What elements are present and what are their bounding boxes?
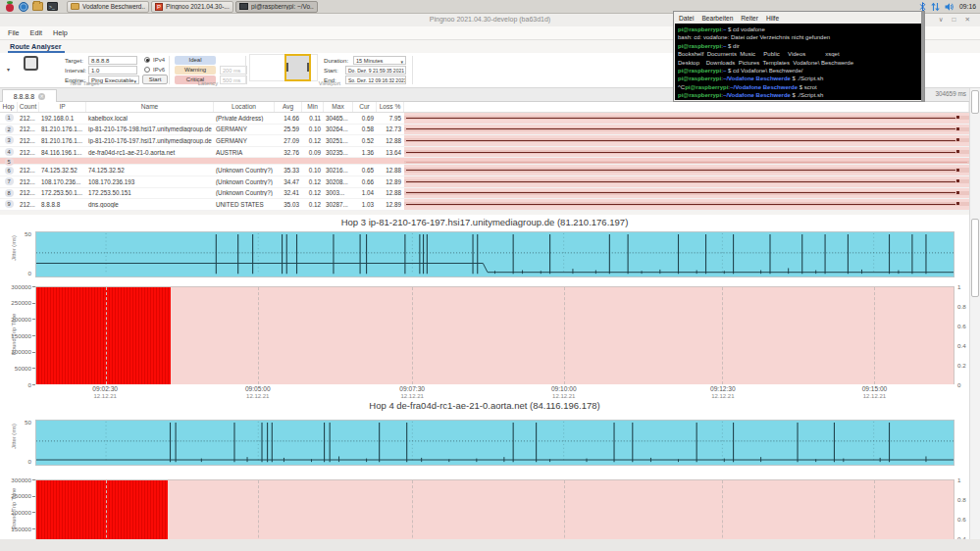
column-header-loss[interactable]: Loss % bbox=[377, 102, 404, 112]
terminal-menu-reiter[interactable]: Reiter bbox=[741, 15, 758, 22]
latency-tick: 150000 bbox=[0, 526, 31, 532]
terminal-menu-hilfe[interactable]: Hilfe bbox=[766, 15, 779, 22]
sparkline-marker bbox=[956, 127, 959, 130]
close-icon[interactable]: ✕ bbox=[965, 16, 970, 24]
table-row[interactable]: 2212...81.210.176.1...ip-81-210-176-198.… bbox=[0, 125, 969, 136]
terminal-line: bash: cd: vodafone: Datei oder Verzeichn… bbox=[678, 33, 920, 41]
column-header-avg[interactable]: Avg bbox=[275, 102, 302, 112]
terminal-line: ^Cpi@raspberrypi:~/Vodafone Beschwerde $… bbox=[678, 83, 920, 91]
column-header-count[interactable]: Count bbox=[18, 102, 39, 112]
taskbar-app-button[interactable]: pi@raspberrypi: ~/Vo... bbox=[235, 1, 318, 13]
cell-location: GERMANY bbox=[214, 137, 275, 144]
file-manager-icon[interactable] bbox=[32, 2, 43, 11]
jitter-plot[interactable] bbox=[35, 231, 954, 277]
column-header-location[interactable]: Location bbox=[214, 102, 275, 112]
group-caption-new-target: New Target bbox=[0, 80, 169, 86]
x-axis-time: 09:07:30 bbox=[385, 385, 439, 392]
close-icon[interactable]: ✕ bbox=[38, 93, 45, 100]
cell-min: 0.10 bbox=[302, 125, 324, 132]
column-header-ip[interactable]: IP bbox=[39, 102, 86, 112]
timeout-region bbox=[36, 480, 168, 539]
menu-edit[interactable]: Edit bbox=[30, 28, 42, 37]
desktop: Vodafone Beschwerd...Pingnoo 2021.04.30-… bbox=[0, 0, 980, 551]
raspberry-menu-icon[interactable] bbox=[5, 1, 15, 12]
target-tab-label: 8.8.8.8 bbox=[14, 93, 34, 100]
cell-max: 30264... bbox=[324, 125, 353, 132]
table-row[interactable]: 3212...81.210.176.1...ip-81-210-176-197.… bbox=[0, 135, 969, 147]
cell-ip: 81.210.176.1... bbox=[39, 137, 86, 144]
cell-max: 3003... bbox=[324, 189, 353, 196]
target-input[interactable]: 8.8.8.8 bbox=[88, 56, 137, 65]
hop-badge: 6 bbox=[5, 167, 14, 175]
charts-scrollbar[interactable] bbox=[969, 215, 980, 551]
latency-plot[interactable] bbox=[35, 286, 954, 384]
cell-cur: 1.36 bbox=[353, 149, 377, 156]
ideal-legend: Ideal bbox=[175, 56, 216, 65]
maximize-icon[interactable]: □ bbox=[953, 16, 956, 24]
menu-file[interactable]: File bbox=[8, 28, 20, 37]
table-row[interactable]: 1212...192.168.0.1kabelbox.local(Private… bbox=[0, 113, 969, 125]
x-axis-date: 12.12.21 bbox=[847, 393, 902, 399]
chart-title-hop4: Hop 4 de-fra04d-rc1-ae-21-0.aorta.net (8… bbox=[0, 400, 969, 411]
jitter-tick: 50 bbox=[0, 419, 31, 426]
table-row[interactable]: 7212...108.170.236...108.170.236.193(Unk… bbox=[0, 176, 969, 188]
hop-badge: 1 bbox=[5, 114, 14, 122]
table-row[interactable]: 4212...84.116.196.1...de-fra04d-rc1-ae-2… bbox=[0, 147, 969, 159]
target-tab[interactable]: 8.8.8.8 ✕ bbox=[2, 89, 57, 102]
chevron-down-icon[interactable]: ▾ bbox=[7, 66, 10, 73]
interval-input[interactable]: 1.0 bbox=[88, 66, 137, 75]
latency-sparkline bbox=[404, 135, 969, 146]
jitter-plot[interactable] bbox=[35, 420, 954, 466]
ipv4-radio[interactable] bbox=[144, 57, 150, 63]
taskbar-app-button[interactable]: Pingnoo 2021.04.30-... bbox=[151, 1, 233, 13]
x-axis-date: 12.12.21 bbox=[385, 393, 439, 399]
cell-max: 30208... bbox=[324, 178, 353, 185]
latency-right-tick: 0.8 bbox=[957, 496, 966, 503]
duration-select[interactable]: 15 Minutes▾ bbox=[353, 56, 406, 65]
minimize-icon[interactable]: ∨ bbox=[939, 16, 944, 24]
taskbar-app-label: pi@raspberrypi: ~/Vo... bbox=[251, 3, 314, 10]
column-header-graph bbox=[404, 102, 969, 112]
terminal-scrollbar[interactable] bbox=[921, 12, 924, 101]
browser-globe-icon[interactable] bbox=[19, 2, 28, 12]
column-header-max[interactable]: Max bbox=[324, 102, 353, 112]
menu-help[interactable]: Help bbox=[53, 28, 68, 37]
cell-ip: 84.116.196.1... bbox=[39, 149, 86, 156]
volume-icon[interactable] bbox=[945, 2, 954, 12]
table-row[interactable]: 5 bbox=[0, 158, 969, 165]
table-row[interactable]: 8212...172.253.50.1...172.253.50.151(Unk… bbox=[0, 188, 969, 200]
cell-name: 74.125.32.52 bbox=[86, 167, 214, 174]
cell-ip: 108.170.236... bbox=[39, 178, 86, 185]
terminal-menu-datei[interactable]: Datei bbox=[679, 15, 694, 22]
group-separator bbox=[412, 56, 413, 84]
ipv6-radio[interactable] bbox=[144, 67, 150, 73]
latency-tick: 100000 bbox=[0, 348, 31, 355]
viewport-thumbnail[interactable] bbox=[284, 54, 311, 81]
taskbar-app-button[interactable]: Vodafone Beschwerd... bbox=[67, 1, 149, 13]
tab-route-analyser[interactable]: Route Analyser bbox=[10, 42, 61, 51]
column-header-min[interactable]: Min bbox=[302, 102, 324, 112]
table-scrollbar[interactable] bbox=[969, 88, 980, 215]
sparkline-marker bbox=[956, 179, 959, 182]
column-header-cur[interactable]: Cur bbox=[353, 102, 377, 112]
new-target-icon[interactable] bbox=[24, 56, 38, 71]
viewport-start-input[interactable]: Do. Dez. 9 21:59:35 2021 bbox=[345, 66, 406, 75]
column-header-name[interactable]: Name bbox=[86, 102, 214, 112]
table-row[interactable]: 6212...74.125.32.5274.125.32.52(Unknown … bbox=[0, 165, 969, 176]
network-arrows-icon[interactable] bbox=[931, 2, 940, 12]
terminal-window[interactable]: DateiBearbeitenReiterHilfe pi@raspberryp… bbox=[673, 11, 925, 102]
table-row[interactable]: 9212...8.8.8.8dns.googleUNITED STATES35.… bbox=[0, 199, 969, 211]
cell-name: de-fra04d-rc1-ae-21-0.aorta.net bbox=[86, 149, 214, 156]
terminal-line: pi@raspberrypi:~/Vodafone Beschwerde $ .… bbox=[678, 75, 920, 82]
bluetooth-icon[interactable] bbox=[919, 2, 926, 12]
latency-plot[interactable] bbox=[35, 479, 954, 539]
hop-badge: 4 bbox=[5, 148, 14, 156]
column-header-hop[interactable]: Hop bbox=[0, 102, 18, 112]
cell-loss: 12.88 bbox=[377, 137, 404, 144]
terminal-console[interactable]: pi@raspberrypi:~ $ cd vodafonebash: cd: … bbox=[675, 24, 923, 100]
terminal-menu-bearbeiten[interactable]: Bearbeiten bbox=[701, 15, 733, 22]
latency-right-tick: 1 bbox=[957, 476, 960, 483]
warning-threshold-input[interactable]: 200 ms bbox=[220, 66, 247, 75]
terminal-launcher-icon[interactable] bbox=[47, 2, 58, 11]
latency-right-tick: 0.8 bbox=[957, 303, 966, 310]
